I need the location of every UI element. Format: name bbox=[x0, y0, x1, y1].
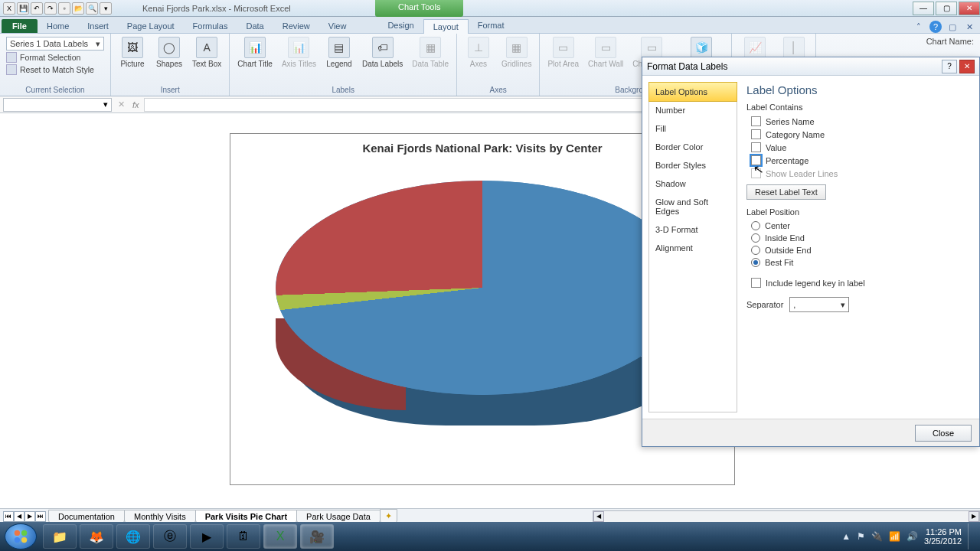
separator-combo[interactable]: ,▾ bbox=[789, 297, 849, 312]
fx-icon[interactable]: fx bbox=[132, 100, 139, 109]
print-preview-icon[interactable]: 🔍 bbox=[86, 2, 98, 15]
nav-alignment[interactable]: Alignment bbox=[649, 239, 737, 257]
dialog-help-button[interactable]: ? bbox=[942, 60, 957, 73]
tray-show-hidden-icon[interactable]: ▲ bbox=[841, 531, 851, 542]
tab-nav-prev-icon[interactable]: ◀ bbox=[14, 511, 24, 522]
chart-title-button[interactable]: 📊Chart Title bbox=[234, 35, 276, 70]
tab-design[interactable]: Design bbox=[378, 18, 423, 33]
undo-icon[interactable]: ↶ bbox=[31, 2, 43, 15]
close-window-button[interactable]: ✕ bbox=[959, 2, 980, 15]
pie-top-face bbox=[276, 181, 689, 395]
help-icon[interactable]: ? bbox=[929, 21, 942, 33]
redo-icon[interactable]: ↷ bbox=[44, 2, 57, 15]
dialog-close-button[interactable]: Close bbox=[915, 425, 972, 442]
data-table-button[interactable]: ▦Data Table bbox=[409, 35, 452, 70]
sheet-tab-monthly-visits[interactable]: Monthly Visits bbox=[124, 510, 196, 523]
checkbox-series-name[interactable] bbox=[751, 116, 761, 126]
cancel-formula-icon[interactable]: ✕ bbox=[115, 99, 128, 109]
horizontal-scrollbar[interactable]: ◀ ▶ bbox=[593, 510, 980, 523]
reset-to-match-style-button[interactable]: Reset to Match Style bbox=[6, 64, 104, 75]
data-labels-button[interactable]: 🏷Data Labels bbox=[359, 35, 406, 70]
chart-element-selector[interactable]: Series 1 Data Labels▾ bbox=[6, 37, 104, 51]
sheet-tab-documentation[interactable]: Documentation bbox=[48, 510, 125, 523]
excel-icon[interactable]: X bbox=[3, 2, 15, 15]
lines-icon: │ bbox=[783, 37, 805, 58]
chart-wall-button[interactable]: ▭Chart Wall bbox=[585, 35, 626, 70]
text-box-button[interactable]: AText Box bbox=[189, 35, 224, 70]
file-tab[interactable]: File bbox=[2, 19, 38, 33]
tab-review[interactable]: Review bbox=[273, 19, 319, 33]
sheet-tab-pie-chart[interactable]: Park Visits Pie Chart bbox=[195, 510, 297, 523]
new-icon[interactable]: ▫ bbox=[58, 2, 70, 15]
tab-home[interactable]: Home bbox=[38, 19, 78, 33]
taskbar-clock[interactable]: 11:26 PM 3/25/2012 bbox=[924, 527, 962, 546]
shapes-button[interactable]: ◯Shapes bbox=[152, 35, 186, 70]
nav-number[interactable]: Number bbox=[649, 101, 737, 119]
nav-shadow[interactable]: Shadow bbox=[649, 174, 737, 193]
tab-nav-next-icon[interactable]: ▶ bbox=[24, 511, 35, 522]
tray-flag-icon[interactable]: ⚑ bbox=[857, 531, 865, 542]
show-desktop-button[interactable] bbox=[968, 523, 975, 549]
taskbar-chrome-icon[interactable]: 🌐 bbox=[116, 524, 150, 549]
taskbar-firefox-icon[interactable]: 🦊 bbox=[80, 524, 113, 549]
nav-3d-format[interactable]: 3-D Format bbox=[649, 220, 737, 239]
tab-format[interactable]: Format bbox=[469, 18, 514, 33]
scroll-right-icon[interactable]: ▶ bbox=[969, 511, 979, 522]
checkbox-legend-key[interactable] bbox=[751, 278, 761, 288]
nav-label-options[interactable]: Label Options bbox=[648, 82, 737, 102]
dialog-title-bar[interactable]: Format Data Labels ? ✕ bbox=[642, 57, 979, 76]
nav-border-color[interactable]: Border Color bbox=[649, 138, 737, 156]
save-icon[interactable]: 💾 bbox=[17, 2, 29, 15]
taskbar-ie-icon[interactable]: ⓔ bbox=[153, 524, 187, 549]
checkbox-value[interactable] bbox=[751, 142, 761, 152]
picture-button[interactable]: 🖼Picture bbox=[116, 35, 149, 70]
start-button[interactable] bbox=[5, 523, 37, 549]
tab-page-layout[interactable]: Page Layout bbox=[118, 19, 184, 33]
minimize-ribbon-icon[interactable]: ˄ bbox=[913, 21, 925, 33]
taskbar-media-player-icon[interactable]: ▶ bbox=[190, 524, 224, 549]
maximize-button[interactable]: ▢ bbox=[936, 2, 957, 15]
tab-insert[interactable]: Insert bbox=[78, 19, 118, 33]
radio-best-fit[interactable] bbox=[751, 258, 760, 267]
sheet-tab-park-usage[interactable]: Park Usage Data bbox=[296, 510, 381, 523]
restore-workbook-icon[interactable]: ▢ bbox=[946, 21, 959, 33]
gridlines-button[interactable]: ▦Gridlines bbox=[498, 35, 534, 70]
taskbar-explorer-icon[interactable]: 📁 bbox=[43, 524, 77, 549]
pie-chart[interactable] bbox=[276, 165, 689, 456]
checkbox-leader-lines[interactable] bbox=[751, 168, 761, 178]
plot-area-button[interactable]: ▭Plot Area bbox=[544, 35, 582, 70]
tab-layout[interactable]: Layout bbox=[423, 19, 469, 34]
nav-fill[interactable]: Fill bbox=[649, 119, 737, 138]
axes-button[interactable]: ⊥Axes bbox=[462, 35, 495, 70]
open-icon[interactable]: 📂 bbox=[72, 2, 84, 15]
taskbar-calculator-icon[interactable]: 🗓 bbox=[227, 524, 260, 549]
taskbar-camtasia-icon[interactable]: 🎥 bbox=[300, 524, 334, 549]
name-box[interactable]: ▾ bbox=[3, 98, 112, 112]
nav-border-styles[interactable]: Border Styles bbox=[649, 156, 737, 174]
dialog-close-x-button[interactable]: ✕ bbox=[959, 60, 975, 73]
legend-button[interactable]: ▤Legend bbox=[322, 35, 356, 70]
axis-titles-button[interactable]: 📊Axis Titles bbox=[279, 35, 319, 70]
tab-view[interactable]: View bbox=[319, 19, 356, 33]
tray-network-icon[interactable]: 📶 bbox=[889, 531, 900, 542]
tab-data[interactable]: Data bbox=[237, 19, 273, 33]
qat-dropdown-icon[interactable]: ▾ bbox=[100, 2, 112, 15]
scroll-left-icon[interactable]: ◀ bbox=[593, 511, 604, 522]
checkbox-category-name[interactable] bbox=[751, 129, 761, 139]
radio-outside-end[interactable] bbox=[751, 246, 760, 255]
minimize-button[interactable]: — bbox=[913, 2, 934, 15]
checkbox-percentage[interactable] bbox=[751, 155, 761, 165]
tab-nav-first-icon[interactable]: ⏮ bbox=[3, 511, 14, 522]
tab-formulas[interactable]: Formulas bbox=[184, 19, 237, 33]
format-selection-button[interactable]: Format Selection bbox=[6, 52, 104, 63]
tray-volume-icon[interactable]: 🔊 bbox=[906, 531, 918, 542]
nav-glow[interactable]: Glow and Soft Edges bbox=[649, 193, 737, 220]
taskbar-excel-icon[interactable]: X bbox=[263, 524, 297, 549]
close-workbook-icon[interactable]: ✕ bbox=[963, 21, 975, 33]
tray-power-icon[interactable]: 🔌 bbox=[871, 531, 883, 542]
tab-nav-last-icon[interactable]: ⏭ bbox=[35, 511, 46, 522]
axes-icon: ⊥ bbox=[468, 37, 489, 58]
radio-inside-end[interactable] bbox=[751, 233, 760, 243]
reset-label-text-button[interactable]: Reset Label Text bbox=[746, 184, 826, 200]
radio-center[interactable] bbox=[751, 221, 760, 230]
